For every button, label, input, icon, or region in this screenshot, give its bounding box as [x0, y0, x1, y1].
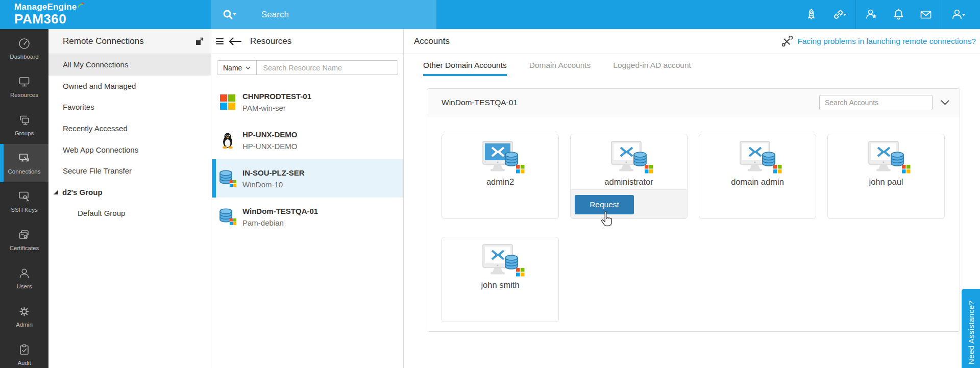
search-icon[interactable]	[222, 8, 237, 21]
account-card[interactable]: john smith	[442, 237, 559, 322]
bell-icon[interactable]	[892, 8, 905, 21]
database-windows-icon	[218, 208, 237, 226]
gear-icon	[17, 305, 31, 318]
sidebar-nav: Dashboard Resources	[0, 29, 48, 368]
account-group-panel: WinDom-TESTQA-01	[427, 88, 960, 332]
need-assistance-tab[interactable]: Need Assistance?	[962, 289, 980, 368]
sidebar-item[interactable]: Admin	[0, 297, 48, 335]
sidebar-item-label: SSH Keys	[11, 207, 37, 213]
connection-item-label: Secure File Transfer	[63, 166, 132, 175]
sidebar-item-label: Groups	[15, 130, 34, 136]
sidebar-item[interactable]: Dashboard	[0, 29, 48, 67]
global-search-input[interactable]	[261, 10, 414, 20]
sidebar-item[interactable]: Connections	[0, 144, 48, 182]
connection-list-item[interactable]: All My Connections	[48, 54, 211, 76]
need-assistance-label: Need Assistance?	[967, 301, 975, 364]
resource-name: IN-SOU-PLZ-SER	[242, 167, 305, 179]
sidebar-item-label: Certificates	[10, 245, 39, 251]
account-card[interactable]: john paul	[827, 134, 945, 219]
account-card[interactable]: administrator Request	[570, 134, 688, 219]
windows-logo-icon	[219, 94, 236, 110]
sidebar-item-label: Admin	[16, 322, 33, 328]
connection-item-label: Default Group	[78, 209, 125, 217]
sidebar-item[interactable]: Users	[0, 259, 48, 297]
dashboard-icon	[17, 37, 31, 51]
rocket-icon[interactable]	[804, 8, 818, 21]
resource-name: HP-UNX-DEMO	[242, 129, 298, 140]
resource-list-item[interactable]: WinDom-TESTQA-01 Pam-debian	[212, 198, 403, 236]
sidebar-item-label: Dashboard	[10, 54, 38, 60]
rdp-account-icon	[862, 141, 911, 175]
connection-item-label: All My Connections	[63, 60, 128, 69]
account-search-input[interactable]	[819, 95, 933, 110]
sidebar-item-label: Users	[16, 283, 32, 289]
tab-label: Logged-in AD account	[613, 61, 691, 69]
resource-search-input[interactable]	[257, 64, 398, 72]
topbar-divider	[855, 0, 856, 29]
search-filter-dropdown[interactable]: Name	[217, 61, 257, 75]
connection-list-item[interactable]: Recently Accessed	[48, 118, 211, 139]
global-search-bar	[211, 0, 436, 29]
resource-list: CHNPRODTEST-01 PAM-win-ser	[212, 83, 403, 236]
topbar-divider	[942, 0, 942, 29]
account-tab[interactable]: Logged-in AD account	[613, 58, 691, 73]
brand-manageengine: ManageEngine	[14, 2, 77, 12]
sidebar-item-label: Audit	[17, 360, 31, 366]
connection-item-label: Recently Accessed	[63, 124, 128, 133]
resource-list-item[interactable]: IN-SOU-PLZ-SER WinDom-10	[212, 159, 403, 198]
resource-description: HP-UNX-DEMO	[242, 140, 298, 152]
brand-pam360: PAM360	[14, 11, 85, 27]
monitor-icon	[17, 75, 31, 89]
link-icon[interactable]	[831, 8, 847, 21]
hamburger-icon[interactable]	[214, 35, 227, 48]
account-name: admin2	[486, 177, 514, 187]
mail-icon[interactable]	[919, 8, 933, 21]
accounts-header: Accounts Facing problems in launching re…	[404, 29, 980, 54]
ssh-key-icon	[17, 190, 31, 204]
remote-connection-icon	[17, 152, 31, 165]
sidebar-item[interactable]: Certificates	[0, 220, 48, 259]
connection-list-item[interactable]: d2's Group	[48, 182, 211, 203]
account-card[interactable]: admin2	[442, 134, 559, 219]
account-card[interactable]: domain admin	[699, 134, 816, 219]
connection-list-item[interactable]: Favorites	[48, 96, 211, 118]
resource-name: WinDom-TESTQA-01	[242, 205, 318, 217]
account-tab[interactable]: Other Domain Accounts	[423, 58, 507, 73]
sidebar-item[interactable]: Groups	[0, 106, 48, 144]
search-filter-label: Name	[223, 64, 242, 72]
connection-item-label: Favorites	[63, 103, 94, 111]
sidebar-item[interactable]: SSH Keys	[0, 182, 48, 220]
remote-connections-header: Remote Connections	[48, 29, 211, 54]
resources-header: Resources	[212, 29, 403, 54]
sidebar-item[interactable]: Audit	[0, 335, 48, 368]
linux-penguin-icon	[219, 132, 236, 149]
request-button[interactable]: Request	[575, 195, 634, 214]
connection-list-item[interactable]: Web App Connections	[48, 139, 211, 160]
popout-icon[interactable]	[194, 36, 205, 46]
connection-list-item[interactable]: Default Group	[48, 203, 211, 224]
accounts-tabs: Other Domain Accounts Domain Accounts Lo…	[404, 54, 980, 77]
resource-list-item[interactable]: HP-UNX-DEMO HP-UNX-DEMO	[212, 121, 403, 159]
expander-triangle-icon[interactable]	[54, 190, 58, 194]
user-icon[interactable]	[951, 8, 966, 21]
sidebar-item[interactable]: Resources	[0, 67, 48, 106]
remote-connections-panel: Remote Connections All My Connections Ow…	[48, 29, 211, 368]
rdp-account-icon	[476, 244, 525, 278]
account-tab[interactable]: Domain Accounts	[529, 58, 591, 73]
connection-list-item[interactable]: Secure File Transfer	[48, 160, 211, 182]
database-windows-icon	[218, 169, 237, 188]
collapse-chevron-icon[interactable]	[941, 100, 949, 105]
connection-item-label: Owned and Managed	[63, 82, 136, 90]
connection-item-label: Web App Connections	[63, 145, 138, 154]
connection-list-item[interactable]: Owned and Managed	[48, 76, 211, 97]
topbar-actions	[798, 0, 980, 29]
launch-help-link[interactable]: Facing problems in launching remote conn…	[781, 36, 976, 47]
resource-list-item[interactable]: CHNPRODTEST-01 PAM-win-ser	[212, 83, 403, 121]
back-arrow-icon[interactable]	[228, 37, 242, 46]
accounts-title: Accounts	[414, 36, 781, 46]
resources-panel: Resources Name	[212, 29, 404, 368]
resources-title: Resources	[250, 36, 291, 46]
user-star-icon[interactable]	[865, 8, 878, 21]
remote-connections-title: Remote Connections	[63, 36, 194, 46]
tab-label: Other Domain Accounts	[423, 61, 507, 69]
